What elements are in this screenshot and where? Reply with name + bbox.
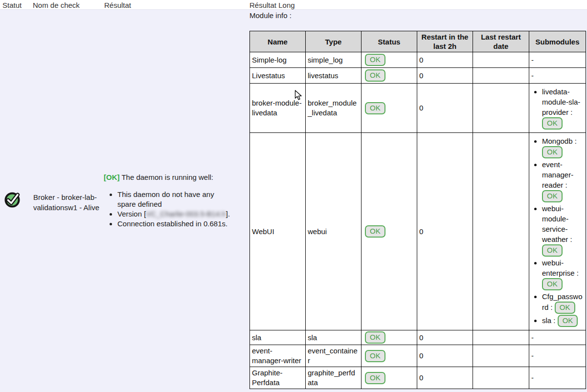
module-restart-count-cell: 0 <box>417 345 473 367</box>
module-status-cell: OK <box>361 345 417 367</box>
status-ok-badge: OK <box>542 244 563 257</box>
column-header-resultat-long: Résultat Long <box>249 1 295 9</box>
status-ok-badge: OK <box>542 117 563 130</box>
column-header-statut: Statut <box>2 1 22 9</box>
module-type-cell: simple_log <box>306 52 361 68</box>
module-last-restart-date-cell <box>473 52 529 68</box>
module-type-cell: graphite_perfdata <box>306 367 361 389</box>
module-last-restart-date-cell <box>473 133 529 330</box>
submodule-label: event-manager-reader : <box>542 160 573 189</box>
submodule-item: Mongodb : OK <box>542 136 584 158</box>
status-ok-badge: OK <box>365 350 385 362</box>
result-detail-item: Version [VC_Charlie-003.5-B14.h]. <box>117 209 233 219</box>
module-submodules-cell: - <box>529 345 586 367</box>
submodule-item: event-manager-reader : OK <box>542 159 584 202</box>
module-table-row: Graphite-Perfdatagraphite_perfdataOK0- <box>250 367 586 389</box>
status-ok-badge: OK <box>555 302 575 314</box>
module-status-cell: OK <box>361 133 417 330</box>
module-name-cell: WebUI <box>250 133 306 330</box>
module-table-body: Simple-logsimple_logOK0-Livestatuslivest… <box>250 52 586 389</box>
module-table-row: Simple-logsimple_logOK0- <box>250 52 586 68</box>
result-summary: The daemon is running well: <box>121 173 213 181</box>
result-status-tag: [OK] <box>104 173 120 181</box>
module-last-restart-date-cell <box>473 68 529 84</box>
check-name: Broker - broker-lab-validationsw1 - Aliv… <box>33 192 112 213</box>
column-header-bar: Statut Nom de check Résultat Résultat Lo… <box>0 0 587 10</box>
module-table-row: slaslaOK0- <box>250 330 586 345</box>
status-ok-badge: OK <box>542 278 563 290</box>
module-status-cell: OK <box>361 68 417 84</box>
submodule-item: sla : OK <box>542 315 584 327</box>
module-status-cell: OK <box>361 84 417 133</box>
submodule-label: livedata-module-sla-provider : <box>542 87 580 116</box>
module-info-table: NameTypeStatusRestart in the last 2hLast… <box>249 31 586 389</box>
module-name-cell: sla <box>250 330 306 345</box>
submodule-label: sla : <box>542 316 558 325</box>
submodule-item: livedata-module-sla-provider : OK <box>542 87 584 130</box>
arrow-cursor-icon <box>294 90 303 101</box>
submodules-list: Mongodb : OKevent-manager-reader : OKweb… <box>531 136 584 327</box>
module-restart-count-cell: 0 <box>417 367 473 389</box>
module-info-title: Module info : <box>249 11 292 20</box>
module-table-header-cell: Status <box>361 31 417 52</box>
module-table-header-cell: Name <box>250 31 306 52</box>
submodule-item: webui-module-service-weather : OK <box>542 203 584 257</box>
module-last-restart-date-cell <box>473 330 529 345</box>
module-name-cell: event-manager-writer <box>250 345 306 367</box>
module-table-row: LivestatuslivestatusOK0- <box>250 68 586 84</box>
status-ok-badge: OK <box>365 54 385 66</box>
status-ok-badge: OK <box>542 146 563 158</box>
module-table-header-cell: Last restart date <box>473 31 529 52</box>
result-headline: [OK] The daemon is running well: <box>104 173 233 182</box>
module-name-cell: Graphite-Perfdata <box>250 367 306 389</box>
submodule-item: Cfg_password : OK <box>542 291 584 314</box>
module-table-header-row: NameTypeStatusRestart in the last 2hLast… <box>250 31 586 52</box>
module-status-cell: OK <box>361 367 417 389</box>
module-last-restart-date-cell <box>473 367 529 389</box>
module-type-cell: event_container <box>306 345 361 367</box>
status-ok-badge: OK <box>365 225 385 238</box>
module-restart-count-cell: 0 <box>417 84 473 133</box>
status-ok-badge: OK <box>558 315 578 327</box>
result-details-list: This daemon do not have any spare define… <box>104 190 233 229</box>
module-type-cell: webui <box>306 133 361 330</box>
status-ok-badge: OK <box>542 190 563 202</box>
submodules-list: livedata-module-sla-provider : OK <box>531 87 584 130</box>
module-table-header-cell: Restart in the last 2h <box>417 31 473 52</box>
submodule-label: Mongodb : <box>542 137 577 145</box>
module-submodules-cell: livedata-module-sla-provider : OK <box>529 84 586 133</box>
module-table-header-cell: Submodules <box>529 31 586 52</box>
submodule-item: webui-enterprise : OK <box>542 258 584 290</box>
module-last-restart-date-cell <box>473 345 529 367</box>
module-status-cell: OK <box>361 330 417 345</box>
module-submodules-cell: - <box>529 52 586 68</box>
submodule-label: webui-enterprise : <box>542 259 579 277</box>
column-header-resultat: Résultat <box>104 1 131 9</box>
module-table-row: event-manager-writerevent_containerOK0- <box>250 345 586 367</box>
redacted-version-text: VC_Charlie-003.5-B14.h <box>146 210 226 218</box>
module-type-cell: broker_module_livedata <box>306 84 361 133</box>
module-restart-count-cell: 0 <box>417 330 473 345</box>
green-check-circle-icon <box>3 190 22 209</box>
module-submodules-cell: - <box>529 330 586 345</box>
column-header-nom-de-check: Nom de check <box>33 1 80 9</box>
result-detail-item: This daemon do not have any spare define… <box>117 190 233 209</box>
result-detail-item: Connection established in 0.681s. <box>117 219 233 229</box>
module-name-cell: Simple-log <box>250 52 306 68</box>
status-ok-badge: OK <box>365 69 385 82</box>
module-last-restart-date-cell <box>473 84 529 133</box>
module-restart-count-cell: 0 <box>417 68 473 84</box>
result-block: [OK] The daemon is running well: This da… <box>104 173 233 229</box>
module-status-cell: OK <box>361 52 417 68</box>
module-type-cell: sla <box>306 330 361 345</box>
module-type-cell: livestatus <box>306 68 361 84</box>
module-submodules-cell: Mongodb : OKevent-manager-reader : OKweb… <box>529 133 586 330</box>
status-ok-badge: OK <box>365 331 385 344</box>
mouse-cursor <box>294 90 303 101</box>
module-name-cell: Livestatus <box>250 68 306 84</box>
module-table-row: WebUIwebuiOK0Mongodb : OKevent-manager-r… <box>250 133 586 330</box>
status-ok-check-icon <box>3 190 22 209</box>
submodule-label: webui-module-service-weather : <box>542 204 572 243</box>
module-submodules-cell: - <box>529 68 586 84</box>
status-ok-badge: OK <box>365 102 385 114</box>
